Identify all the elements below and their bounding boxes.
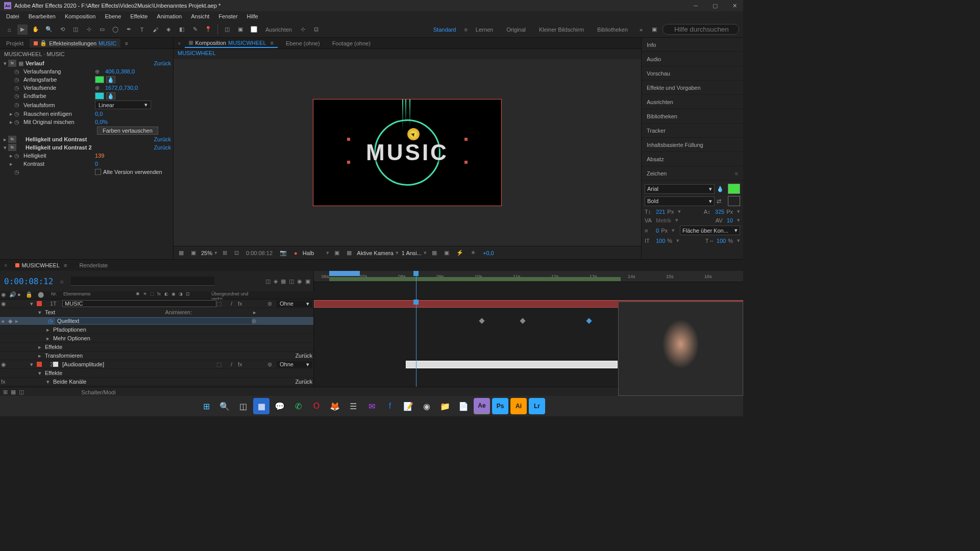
zoom-dropdown[interactable]: 25%▾ bbox=[201, 249, 217, 256]
help-search[interactable] bbox=[663, 24, 739, 35]
stopwatch-icon[interactable]: ◷ bbox=[14, 85, 21, 91]
hscale[interactable]: 100 bbox=[717, 238, 726, 244]
add-animator-icon[interactable]: ▸ bbox=[253, 309, 256, 316]
fill-color-swatch[interactable] bbox=[728, 184, 740, 194]
val-helligkeit[interactable]: 139 bbox=[95, 153, 104, 159]
fx-toggle[interactable]: fx bbox=[8, 136, 16, 143]
twisty-icon[interactable]: ▸ bbox=[8, 111, 14, 117]
alpha-icon[interactable]: ▦ bbox=[177, 249, 186, 256]
color-swatch-end[interactable] bbox=[95, 92, 104, 99]
shape-ellipse-tool[interactable]: ◯ bbox=[110, 24, 120, 35]
reset-link[interactable]: Zurück bbox=[295, 379, 312, 385]
twisty-icon[interactable]: ▸ bbox=[45, 335, 51, 342]
twisty-icon[interactable]: ▾ bbox=[37, 370, 43, 377]
twisty-icon[interactable]: ▸ bbox=[37, 344, 43, 350]
opera-icon[interactable]: O bbox=[308, 398, 325, 414]
reset-link[interactable]: Zurück bbox=[154, 144, 171, 151]
taskbar-search-icon[interactable]: 🔍 bbox=[216, 398, 233, 414]
tab-timeline-comp[interactable]: MUSICWHEEL≡ bbox=[11, 261, 71, 269]
illustrator-icon[interactable]: Ai bbox=[510, 398, 527, 414]
camera-dropdown[interactable]: Aktive Kamera▾ bbox=[357, 249, 399, 256]
crosshair-icon[interactable]: ⊕ bbox=[95, 85, 102, 91]
panel-audio[interactable]: Audio bbox=[642, 52, 743, 66]
panel-tracker[interactable]: Tracker bbox=[642, 123, 743, 138]
menu-fenster[interactable]: Fenster bbox=[214, 12, 241, 20]
workspace-original[interactable]: Original bbox=[501, 27, 531, 33]
menu-hilfe[interactable]: Hilfe bbox=[243, 12, 262, 20]
brush-tool[interactable]: 🖌 bbox=[150, 24, 160, 35]
timeline-timecode[interactable]: 0:00:08:12 bbox=[0, 274, 57, 288]
layer-prop-row[interactable]: ◂ ◆ ▸ ◷ Quelltext ⊚ bbox=[0, 317, 313, 325]
snap-3[interactable]: ⊹ bbox=[298, 24, 308, 35]
notes-icon[interactable]: 📝 bbox=[400, 398, 416, 414]
home-icon[interactable]: ⌂ bbox=[4, 24, 14, 35]
selection-handle[interactable] bbox=[464, 138, 468, 141]
anchor-tool[interactable]: ⊹ bbox=[84, 24, 94, 35]
layer-name-edit[interactable]: MUSIC bbox=[62, 300, 216, 307]
keyframe[interactable] bbox=[479, 318, 484, 323]
toggle-switches-icon[interactable]: ⊞ bbox=[3, 389, 8, 395]
selection-handle[interactable] bbox=[347, 138, 350, 141]
fast-preview-icon[interactable]: ⚡ bbox=[454, 249, 465, 256]
facebook-icon[interactable]: f bbox=[382, 398, 398, 414]
frame-blend-icon[interactable]: ◫ bbox=[289, 278, 294, 285]
workspace-bibliotheken[interactable]: Bibliotheken bbox=[592, 27, 633, 33]
layer-prop-row[interactable]: ▾ Text Animieren: ▸ bbox=[0, 308, 313, 317]
font-size[interactable]: 221 bbox=[656, 209, 665, 215]
stopwatch-icon[interactable]: ◷ bbox=[14, 153, 21, 159]
eyedropper-icon[interactable]: 💧 bbox=[106, 92, 115, 99]
menu-animation[interactable]: Animation bbox=[153, 12, 186, 20]
workspace-standard[interactable]: Standard bbox=[428, 27, 461, 33]
label-col-icon[interactable]: ⬤ bbox=[38, 291, 44, 297]
composition-frame[interactable]: MUSIC bbox=[313, 99, 502, 206]
exposure-icon[interactable]: ☀ bbox=[469, 249, 478, 256]
stopwatch-icon[interactable]: ◷ bbox=[14, 111, 21, 117]
menu-datei[interactable]: Datei bbox=[2, 12, 23, 20]
close-button[interactable]: ✕ bbox=[730, 1, 739, 10]
transparency-icon[interactable]: ▦ bbox=[345, 249, 354, 256]
twisty-icon[interactable]: ▾ bbox=[37, 309, 43, 316]
resolution-dropdown[interactable]: Halb▾ bbox=[303, 249, 330, 256]
tab-footage[interactable]: Footage (ohne) bbox=[328, 39, 375, 47]
twisty-icon[interactable]: ▸ bbox=[2, 136, 8, 143]
selection-handle[interactable] bbox=[464, 161, 468, 164]
motion-blur-icon[interactable]: ◉ bbox=[297, 278, 302, 285]
shape-rect-tool[interactable]: ▭ bbox=[97, 24, 107, 35]
viewer-area[interactable]: MUSIC bbox=[174, 59, 641, 246]
color-swatch-start[interactable] bbox=[95, 76, 104, 83]
after-effects-icon[interactable]: Ae bbox=[474, 398, 490, 414]
panel-vorschau[interactable]: Vorschau bbox=[642, 66, 743, 81]
shy-icon[interactable]: ▦ bbox=[281, 278, 286, 285]
twisty-icon[interactable]: ▸ bbox=[8, 119, 14, 126]
music-text-layer[interactable]: MUSIC bbox=[366, 140, 449, 165]
solo-col-icon[interactable]: ● bbox=[17, 291, 24, 299]
selection-tool[interactable]: ▶ bbox=[17, 24, 28, 35]
selection-handle[interactable] bbox=[347, 161, 350, 164]
stopwatch-icon[interactable]: ◷ bbox=[14, 68, 21, 75]
exposure-value[interactable]: +0,0 bbox=[481, 250, 496, 256]
vscale[interactable]: 100 bbox=[656, 238, 665, 244]
effect-helligkeit-1[interactable]: Helligkeit und Kontrast bbox=[26, 136, 97, 142]
lock-col-icon[interactable]: 🔒 bbox=[26, 291, 33, 299]
keyframe-nav-add[interactable]: ◆ bbox=[8, 318, 15, 324]
layer-name[interactable]: [Audioamplitude] bbox=[60, 361, 216, 367]
fx-toggle[interactable]: fx bbox=[8, 144, 16, 151]
fx-toggle[interactable]: fx bbox=[8, 60, 16, 67]
flowchart-breadcrumb[interactable]: MUSICWHEEL bbox=[174, 49, 641, 59]
visibility-icon[interactable]: ◉ bbox=[1, 361, 8, 368]
panel-inhaltsbasierte[interactable]: Inhaltsbasierte Füllung bbox=[642, 138, 743, 152]
mask-icon[interactable]: ▣ bbox=[189, 249, 198, 256]
val-kontrast[interactable]: 0 bbox=[95, 161, 98, 167]
views-dropdown[interactable]: 1 Ansi...▾ bbox=[402, 249, 427, 256]
comp-mini-flowchart-icon[interactable]: ◫ bbox=[265, 278, 271, 285]
toggle-in-out-icon[interactable]: ◫ bbox=[19, 389, 24, 395]
tab-effekteinstellungen[interactable]: 🔒 Effekteinstellungen MUSIC bbox=[30, 39, 120, 47]
tab-renderliste[interactable]: Renderliste bbox=[75, 261, 112, 269]
kerning[interactable]: Metrik bbox=[656, 217, 671, 223]
roi-icon[interactable]: ▣ bbox=[332, 249, 341, 256]
swap-colors-icon[interactable]: ⇄ bbox=[717, 198, 726, 205]
twisty-icon[interactable]: ▸ bbox=[37, 353, 43, 359]
tab-komposition[interactable]: Komposition MUSICWHEEL ≡ bbox=[185, 39, 278, 48]
val-rauschen[interactable]: 0,0 bbox=[95, 111, 103, 117]
toggle-modes-icon[interactable]: ▦ bbox=[11, 389, 16, 395]
